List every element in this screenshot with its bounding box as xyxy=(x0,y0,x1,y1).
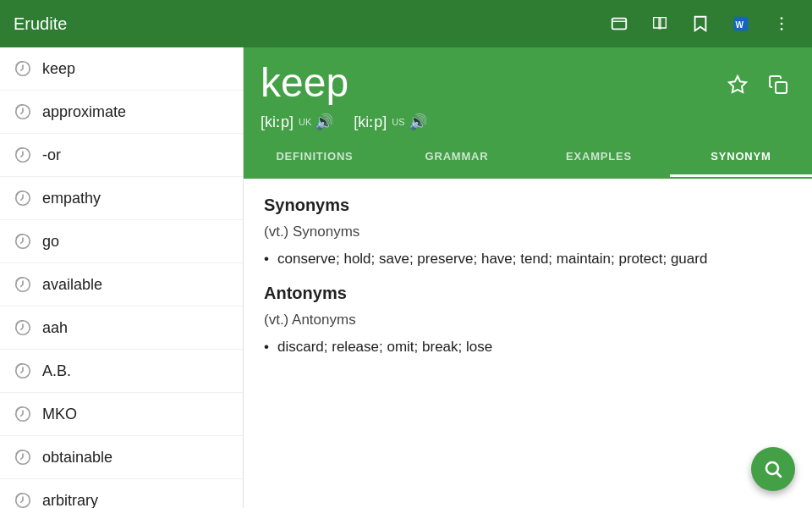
history-icon xyxy=(14,405,32,423)
flashcard-icon[interactable] xyxy=(602,7,636,41)
history-icon xyxy=(14,102,32,121)
history-icon xyxy=(14,318,32,337)
history-icon xyxy=(14,491,32,508)
tab-definitions[interactable]: DEFINITIONS xyxy=(244,138,386,177)
sidebar-item-aah[interactable]: aah xyxy=(0,306,243,350)
history-icon xyxy=(14,232,32,251)
search-fab-icon xyxy=(763,459,783,479)
antonyms-list: discard; release; omit; break; lose xyxy=(264,335,792,358)
sidebar-item-approximate[interactable]: approximate xyxy=(0,91,243,134)
sidebar-item-go[interactable]: go xyxy=(0,220,243,263)
svg-line-21 xyxy=(777,473,782,478)
speaker-uk-icon: 🔊 xyxy=(315,113,333,131)
more-icon[interactable] xyxy=(765,7,798,41)
content-area: keep [kiːp] UK 🔊 [kiːp] xyxy=(244,47,812,508)
history-icon xyxy=(14,275,32,294)
sidebar-word: empathy xyxy=(42,190,101,207)
svg-point-6 xyxy=(781,28,783,30)
sidebar-item-mko[interactable]: MKO xyxy=(0,393,243,436)
history-icon xyxy=(14,362,32,380)
sidebar-word: arbitrary xyxy=(42,492,98,509)
app-title: Erudite xyxy=(14,14,602,34)
word-header: keep [kiːp] UK 🔊 [kiːp] xyxy=(244,47,812,138)
sidebar-item-obtainable[interactable]: obtainable xyxy=(0,436,243,479)
history-icon xyxy=(14,448,32,467)
sidebar-word: approximate xyxy=(42,103,126,121)
speaker-us-icon: 🔊 xyxy=(409,113,427,131)
pronunciation-uk-text: [kiːp] xyxy=(261,113,294,131)
sidebar-item-keep[interactable]: keep xyxy=(0,47,243,91)
sidebar-item-available[interactable]: available xyxy=(0,263,243,306)
word-title: keep xyxy=(261,61,348,106)
book-icon[interactable] xyxy=(643,7,677,41)
us-locale: US xyxy=(392,117,404,127)
synonym-content: Synonyms (vt.) Synonyms conserve; hold; … xyxy=(244,179,812,508)
antonyms-title: Antonyms xyxy=(264,284,792,303)
sidebar-word: available xyxy=(42,276,102,294)
history-icon xyxy=(14,146,32,164)
sidebar-item-empathy[interactable]: empathy xyxy=(0,177,243,220)
star-icon[interactable] xyxy=(721,68,754,102)
synonyms-title: Synonyms xyxy=(264,196,792,215)
svg-marker-18 xyxy=(729,76,746,92)
main-layout: keep approximate -or empathy go xyxy=(0,47,812,508)
sidebar-word: MKO xyxy=(42,406,77,423)
sidebar-item-or[interactable]: -or xyxy=(0,134,243,177)
bookmark-icon[interactable] xyxy=(683,7,717,41)
synonyms-vt-label: (vt.) Synonyms xyxy=(264,224,792,240)
history-icon xyxy=(14,189,32,207)
tab-synonym[interactable]: SYNONYM xyxy=(670,138,812,177)
sidebar-word: obtainable xyxy=(42,449,112,467)
tab-bar: DEFINITIONS GRAMMAR EXAMPLES SYNONYM xyxy=(244,138,812,179)
sidebar-word: go xyxy=(42,233,59,251)
sidebar-word: A.B. xyxy=(42,362,71,380)
history-icon xyxy=(14,59,32,78)
sidebar-word: -or xyxy=(42,146,61,164)
pronunciation-us[interactable]: [kiːp] US 🔊 xyxy=(354,113,426,131)
word-icon[interactable]: W xyxy=(724,7,758,41)
pronunciation-us-text: [kiːp] xyxy=(354,113,387,131)
synonyms-list: conserve; hold; save; preserve; have; te… xyxy=(264,247,792,270)
svg-text:W: W xyxy=(736,20,744,30)
search-fab[interactable] xyxy=(751,447,795,491)
svg-rect-19 xyxy=(776,82,787,93)
copy-icon[interactable] xyxy=(761,68,795,102)
sidebar-item-ab[interactable]: A.B. xyxy=(0,350,243,393)
tab-grammar[interactable]: GRAMMAR xyxy=(386,138,528,177)
pronunciation-uk[interactable]: [kiːp] UK 🔊 xyxy=(261,113,333,131)
sidebar: keep approximate -or empathy go xyxy=(0,47,244,508)
top-bar: Erudite W xyxy=(0,0,812,47)
svg-point-5 xyxy=(781,23,783,25)
svg-rect-0 xyxy=(612,19,627,30)
sidebar-word: aah xyxy=(42,319,68,337)
antonyms-vt-label: (vt.) Antonyms xyxy=(264,312,792,329)
sidebar-word: keep xyxy=(42,60,75,78)
tab-examples[interactable]: EXAMPLES xyxy=(528,138,670,177)
uk-locale: UK xyxy=(299,117,311,127)
sidebar-item-arbitrary[interactable]: arbitrary xyxy=(0,479,243,508)
svg-point-4 xyxy=(781,17,783,19)
